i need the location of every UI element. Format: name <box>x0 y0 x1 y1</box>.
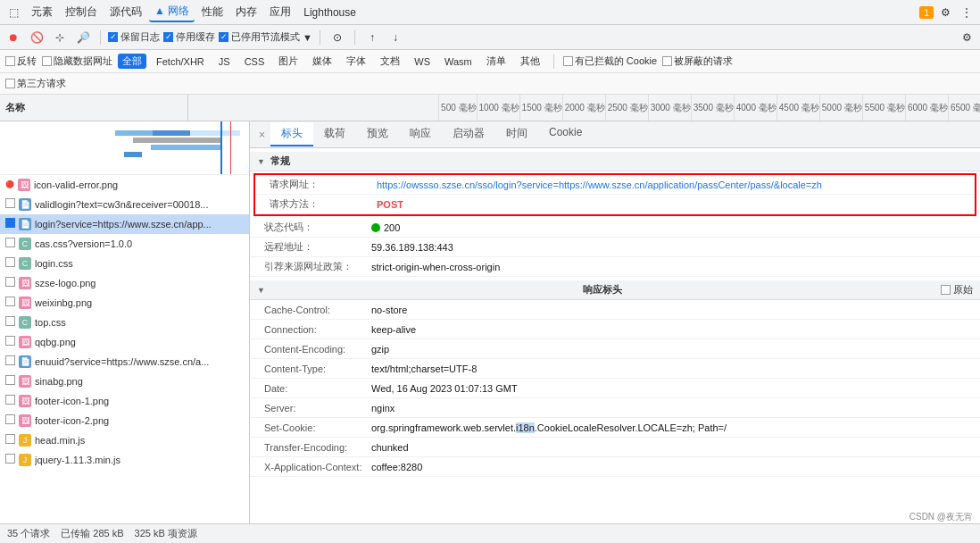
filter-font[interactable]: 字体 <box>342 54 370 69</box>
detail-tab-preview[interactable]: 预览 <box>356 122 399 146</box>
invert-checkbox[interactable]: 反转 <box>5 54 37 68</box>
file-item[interactable]: 📄enuuid?service=https://www.szse.cn/a... <box>0 352 249 372</box>
filter-img[interactable]: 图片 <box>274 54 303 69</box>
file-item[interactable]: 🖼footer-icon-1.png <box>0 391 249 411</box>
filter-other[interactable]: 其他 <box>516 54 544 69</box>
network-settings-icon[interactable]: ⚙ <box>957 28 976 47</box>
file-checkbox-icon <box>5 414 15 424</box>
file-item[interactable]: Ccas.css?version=1.0.0 <box>0 234 249 254</box>
timeline-tick: 4000 毫秒 <box>734 95 777 121</box>
timeline-marker-blue <box>220 121 222 174</box>
file-name-label: enuuid?service=https://www.szse.cn/a... <box>35 356 244 367</box>
file-type-icon: 🖼 <box>18 179 30 191</box>
detail-tab-response[interactable]: 响应 <box>399 122 442 146</box>
file-name-label: head.min.js <box>35 435 244 446</box>
filter-doc[interactable]: 文档 <box>376 54 404 69</box>
tab-console[interactable]: 控制台 <box>60 3 103 21</box>
tab-network[interactable]: ▲ 网络 <box>149 2 195 22</box>
detail-tab-cookie[interactable]: Cookie <box>538 122 593 146</box>
filter-media[interactable]: 媒体 <box>308 54 336 69</box>
remote-address-row: 远程地址： 59.36.189.138:443 <box>250 238 980 257</box>
record-button[interactable]: ⏺ <box>4 28 23 47</box>
tab-sources[interactable]: 源代码 <box>104 3 147 21</box>
file-status-icon <box>5 414 15 426</box>
third-party-checkbox[interactable]: 第三方请求 <box>5 77 66 90</box>
file-name-label: footer-icon-1.png <box>35 396 244 406</box>
throttle-select[interactable]: 已停用节流模式 ▼ <box>219 30 312 44</box>
more-icon[interactable]: ⋮ <box>957 3 976 22</box>
detail-tab-initiator[interactable]: 启动器 <box>442 122 495 146</box>
filter-manifest[interactable]: 清单 <box>482 54 511 69</box>
tab-layout[interactable]: ⬚ <box>4 4 24 21</box>
file-item[interactable]: 🖼footer-icon-2.png <box>0 411 249 430</box>
timeline-tick: 2000 毫秒 <box>562 95 605 121</box>
has-blocked-cookie-checkbox[interactable]: 有已拦截的 Cookie <box>563 54 657 68</box>
file-item[interactable]: Clogin.css <box>0 254 249 273</box>
request-url-row: 请求网址： https://owssso.szse.cn/sso/login?s… <box>255 175 975 195</box>
file-status-icon <box>5 375 15 387</box>
tab-elements[interactable]: 元素 <box>26 3 58 21</box>
disable-cache-checkbox[interactable]: 停用缓存 <box>163 30 215 44</box>
original-check-icon <box>941 285 951 295</box>
detail-close-button[interactable]: × <box>253 127 270 143</box>
tab-memory[interactable]: 内存 <box>230 3 262 21</box>
filter-wasm[interactable]: Wasm <box>440 55 477 68</box>
filter-fetch-xhr[interactable]: Fetch/XHR <box>152 55 209 68</box>
hide-data-checkbox[interactable]: 隐藏数据网址 <box>42 54 112 68</box>
timeline-tick: 6000 毫秒 <box>905 95 948 121</box>
timeline-tick: 3000 毫秒 <box>648 95 691 121</box>
disable-cache-check-icon <box>163 32 173 42</box>
timeline-tick: 4500 毫秒 <box>777 95 819 121</box>
file-item[interactable]: Jhead.min.js <box>0 430 249 450</box>
blocked-requests-checkbox[interactable]: 被屏蔽的请求 <box>662 54 733 68</box>
wifi-icon[interactable]: ⊙ <box>328 28 347 47</box>
file-type-icon: 📄 <box>19 355 31 368</box>
tab-performance[interactable]: 性能 <box>196 3 228 21</box>
file-item[interactable]: 🔴🖼icon-valid-error.png <box>0 175 249 195</box>
file-type-icon: 🖼 <box>19 336 31 348</box>
timeline-tick: 5500 毫秒 <box>862 95 905 121</box>
file-item[interactable]: 🖼qqbg.png <box>0 332 249 352</box>
gear-icon[interactable]: ⚙ <box>935 3 955 22</box>
referrer-policy-row: 引荐来源网址政策： strict-origin-when-cross-origi… <box>250 257 980 277</box>
file-type-icon: C <box>19 238 31 250</box>
upload-icon[interactable]: ↑ <box>362 28 382 47</box>
response-header-row: X-Application-Context:coffee:8280 <box>250 457 980 477</box>
tab-application[interactable]: 应用 <box>264 3 296 21</box>
blocked-requests-icon <box>662 56 672 66</box>
file-item[interactable]: 🖼weixinbg.png <box>0 293 249 313</box>
filter-js[interactable]: JS <box>214 55 235 68</box>
file-item[interactable]: 🖼sinabg.png <box>0 372 249 391</box>
file-item[interactable]: Jjquery-1.11.3.min.js <box>0 450 249 470</box>
file-type-icon: 🖼 <box>19 375 31 388</box>
file-checkbox-icon <box>5 198 15 208</box>
file-status-icon <box>5 336 15 347</box>
network-toolbar: ⏺ 🚫 ⊹ 🔎 保留日志 停用缓存 已停用节流模式 ▼ ⊙ ↑ ↓ ⚙ <box>0 25 980 50</box>
filter-toggle[interactable]: ⊹ <box>50 28 70 47</box>
file-status-icon <box>5 454 15 465</box>
timeline-marker-red <box>230 121 231 174</box>
search-button[interactable]: 🔎 <box>73 28 93 47</box>
file-checkbox-icon <box>5 395 15 405</box>
file-item[interactable]: 📄login?service=https://www.szse.cn/app..… <box>0 214 249 234</box>
file-checkbox-icon <box>5 277 15 287</box>
file-name-label: login?service=https://www.szse.cn/app... <box>35 219 244 230</box>
file-type-icon: 📄 <box>19 218 31 230</box>
filter-all[interactable]: 全部 <box>118 54 146 69</box>
filter-css[interactable]: CSS <box>240 55 270 68</box>
filter-ws[interactable]: WS <box>410 55 435 68</box>
file-item[interactable]: 📄validlogin?text=cw3n&receiver=00018... <box>0 195 249 214</box>
original-toggle[interactable]: 原始 <box>941 283 973 297</box>
third-party-check-icon <box>5 79 15 88</box>
status-bar: 35 个请求 已传输 285 kB 325 kB 项资源 <box>0 523 980 543</box>
stop-button[interactable]: 🚫 <box>27 28 46 47</box>
download-icon[interactable]: ↓ <box>386 28 405 47</box>
detail-tab-headers[interactable]: 标头 <box>270 122 313 146</box>
file-item[interactable]: 🖼szse-logo.png <box>0 273 249 293</box>
file-item[interactable]: Ctop.css <box>0 313 249 332</box>
notification-badge: 1 <box>919 6 934 19</box>
detail-tab-timing[interactable]: 时间 <box>495 122 538 146</box>
detail-tab-payload[interactable]: 载荷 <box>313 122 356 146</box>
preserve-log-checkbox[interactable]: 保留日志 <box>108 30 160 44</box>
tab-lighthouse[interactable]: Lighthouse <box>298 4 361 21</box>
